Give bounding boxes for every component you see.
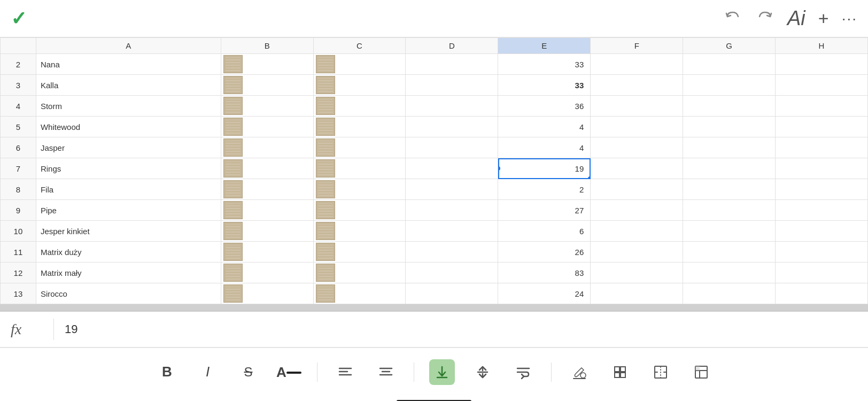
- cell-e[interactable]: 36: [498, 96, 591, 117]
- cell-g[interactable]: [683, 158, 776, 179]
- cell-a[interactable]: Nana: [36, 54, 221, 75]
- strikethrough-button[interactable]: S: [236, 359, 261, 385]
- cell-h[interactable]: [776, 96, 868, 117]
- table-row[interactable]: 11Matrix duży26: [1, 242, 868, 263]
- table-row[interactable]: 2Nana33: [1, 54, 868, 75]
- cell-e[interactable]: 2: [498, 179, 591, 200]
- bold-button[interactable]: B: [154, 359, 180, 385]
- cell-f[interactable]: [591, 96, 683, 117]
- cell-d[interactable]: [406, 75, 498, 96]
- cell-h[interactable]: [776, 117, 868, 137]
- cell-g[interactable]: [683, 96, 776, 117]
- cell-a[interactable]: Whitewood: [36, 117, 221, 137]
- cell-b[interactable]: [221, 117, 313, 137]
- cell-a[interactable]: Matrix mały: [36, 263, 221, 283]
- align-left-button[interactable]: [332, 359, 358, 385]
- cell-b[interactable]: [221, 283, 313, 304]
- cell-d[interactable]: [406, 283, 498, 304]
- cell-h[interactable]: [776, 179, 868, 200]
- cell-e[interactable]: 6: [498, 221, 591, 242]
- checkmark-icon[interactable]: ✓: [11, 7, 27, 30]
- cell-d[interactable]: [406, 221, 498, 242]
- cell-a[interactable]: Sirocco: [36, 283, 221, 304]
- table-row[interactable]: 13Sirocco24: [1, 283, 868, 304]
- cell-h[interactable]: [776, 54, 868, 75]
- cell-a[interactable]: Pipe: [36, 200, 221, 221]
- cell-f[interactable]: [591, 54, 683, 75]
- cell-g[interactable]: [683, 221, 776, 242]
- col-header-h[interactable]: H: [776, 38, 868, 54]
- valign-bottom-button[interactable]: [429, 359, 455, 385]
- undo-icon[interactable]: [723, 7, 742, 30]
- col-header-f[interactable]: F: [591, 38, 683, 54]
- cell-h[interactable]: [776, 200, 868, 221]
- col-header-g[interactable]: G: [683, 38, 776, 54]
- table-row[interactable]: 5Whitewood4: [1, 117, 868, 137]
- cell-b[interactable]: [221, 221, 313, 242]
- cell-f[interactable]: [591, 283, 683, 304]
- cell-b[interactable]: [221, 158, 313, 179]
- cell-d[interactable]: [406, 117, 498, 137]
- col-header-c[interactable]: C: [313, 38, 406, 54]
- cell-f[interactable]: [591, 200, 683, 221]
- cell-g[interactable]: [683, 263, 776, 283]
- cell-f[interactable]: [591, 221, 683, 242]
- cell-f[interactable]: [591, 242, 683, 263]
- cell-d[interactable]: [406, 137, 498, 158]
- cell-c[interactable]: [313, 263, 406, 283]
- cell-a[interactable]: Storm: [36, 96, 221, 117]
- cell-c[interactable]: [313, 75, 406, 96]
- text-color-button[interactable]: A: [276, 359, 302, 385]
- cell-f[interactable]: [591, 137, 683, 158]
- cell-g[interactable]: [683, 54, 776, 75]
- cell-a[interactable]: Fila: [36, 179, 221, 200]
- cell-h[interactable]: [776, 158, 868, 179]
- cell-e[interactable]: 33: [498, 75, 591, 96]
- cell-d[interactable]: [406, 179, 498, 200]
- cell-g[interactable]: [683, 137, 776, 158]
- cell-d[interactable]: [406, 200, 498, 221]
- table-row[interactable]: 6Jasper4: [1, 137, 868, 158]
- cell-g[interactable]: [683, 200, 776, 221]
- cell-a[interactable]: Kalla: [36, 75, 221, 96]
- cell-f[interactable]: [591, 117, 683, 137]
- table-row[interactable]: 7Rings19: [1, 158, 868, 179]
- cell-c[interactable]: [313, 96, 406, 117]
- cell-h[interactable]: [776, 75, 868, 96]
- cell-b[interactable]: [221, 54, 313, 75]
- cell-f[interactable]: [591, 263, 683, 283]
- table-row[interactable]: 9Pipe27: [1, 200, 868, 221]
- cell-h[interactable]: [776, 242, 868, 263]
- more-icon[interactable]: ···: [842, 10, 857, 27]
- cell-a[interactable]: Jasper: [36, 137, 221, 158]
- cell-d[interactable]: [406, 54, 498, 75]
- cell-f[interactable]: [591, 158, 683, 179]
- cell-a[interactable]: Jesper kinkiet: [36, 221, 221, 242]
- cell-d[interactable]: [406, 242, 498, 263]
- wrap-text-button[interactable]: [510, 359, 536, 385]
- cell-g[interactable]: [683, 75, 776, 96]
- cell-b[interactable]: [221, 179, 313, 200]
- cell-b[interactable]: [221, 137, 313, 158]
- cell-e[interactable]: 83: [498, 263, 591, 283]
- merge-cells-button[interactable]: [648, 359, 673, 385]
- cell-h[interactable]: [776, 263, 868, 283]
- cell-e[interactable]: 4: [498, 117, 591, 137]
- formula-value[interactable]: 19: [65, 322, 78, 336]
- col-header-d[interactable]: D: [406, 38, 498, 54]
- cell-a[interactable]: Matrix duży: [36, 242, 221, 263]
- cell-d[interactable]: [406, 96, 498, 117]
- cell-e[interactable]: 19: [498, 158, 591, 179]
- cell-b[interactable]: [221, 75, 313, 96]
- cell-b[interactable]: [221, 96, 313, 117]
- col-header-e[interactable]: E: [498, 38, 591, 54]
- cell-b[interactable]: [221, 263, 313, 283]
- cell-c[interactable]: [313, 221, 406, 242]
- add-icon[interactable]: +: [818, 8, 829, 29]
- col-header-a[interactable]: A: [36, 38, 221, 54]
- align-center-button[interactable]: [373, 359, 399, 385]
- table-row[interactable]: 4Storm36: [1, 96, 868, 117]
- cell-c[interactable]: [313, 283, 406, 304]
- borders-button[interactable]: [607, 359, 633, 385]
- cell-f[interactable]: [591, 179, 683, 200]
